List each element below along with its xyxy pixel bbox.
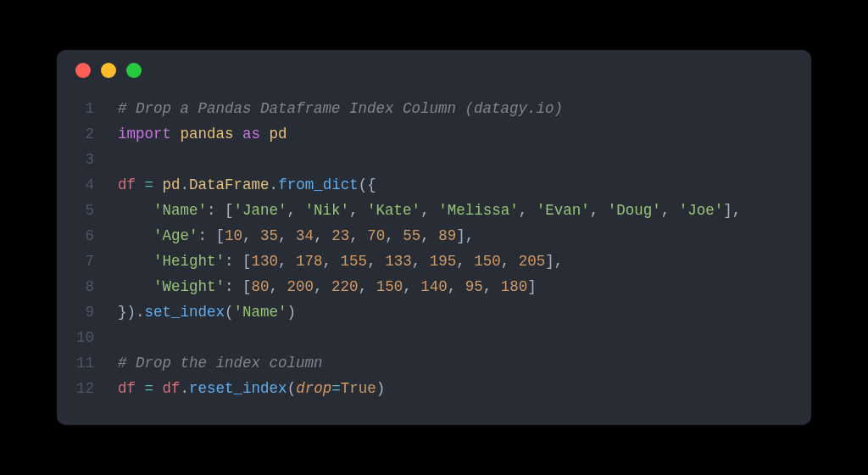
token-punc: , <box>412 253 430 270</box>
token-string: 'Joe' <box>679 202 724 219</box>
token-number: 178 <box>296 253 323 270</box>
line-source: 'Weight': [80, 200, 220, 150, 140, 95, 1… <box>99 274 537 299</box>
token-number: 89 <box>438 227 456 244</box>
token-punc: , <box>349 202 367 219</box>
token-punc: , <box>314 278 331 295</box>
token-punc: ], <box>456 227 474 244</box>
token-keyword: import <box>118 126 171 142</box>
token-number: 95 <box>465 278 483 295</box>
line-source: import pandas as pd <box>99 121 287 147</box>
token-punc: , <box>385 227 403 244</box>
token-number: 150 <box>474 253 501 270</box>
line-number: 2 <box>57 121 99 147</box>
close-icon[interactable] <box>75 63 91 78</box>
line-source <box>99 325 127 350</box>
token-punc: ({ <box>359 176 376 193</box>
code-window: 1# Drop a Pandas Dataframe Index Column … <box>57 50 811 425</box>
token-number: 195 <box>430 253 457 270</box>
token-comment: # Drop a Pandas Dataframe Index Column (… <box>118 100 563 117</box>
token-number: 35 <box>260 227 278 244</box>
code-line: 10 <box>57 325 793 350</box>
token-comment: # Drop the index column <box>118 355 323 372</box>
token-punc: , <box>519 202 537 219</box>
token-default <box>260 126 270 142</box>
token-ident: df <box>118 380 136 397</box>
token-number: 80 <box>252 278 270 295</box>
token-func: set_index <box>145 304 225 321</box>
line-number: 12 <box>57 376 99 401</box>
token-punc: ( <box>225 304 234 321</box>
token-number: 23 <box>331 227 349 244</box>
minimize-icon[interactable] <box>101 63 116 78</box>
token-punc: : [ <box>207 202 234 219</box>
token-keyword: as <box>242 126 260 142</box>
token-default <box>136 380 145 397</box>
line-number: 8 <box>57 274 99 299</box>
token-default <box>234 126 243 142</box>
token-number: 180 <box>501 278 528 295</box>
line-number: 9 <box>57 299 99 325</box>
token-string: 'Melissa' <box>438 202 519 219</box>
token-default <box>118 278 153 295</box>
token-string: 'Name' <box>153 202 207 219</box>
line-source: # Drop a Pandas Dataframe Index Column (… <box>99 96 563 121</box>
line-source: # Drop the index column <box>99 350 323 376</box>
code-line: 4df = pd.DataFrame.from_dict({ <box>57 172 793 198</box>
line-number: 11 <box>57 350 99 376</box>
token-default <box>153 380 163 397</box>
token-punc: , <box>349 227 367 244</box>
token-punc: , <box>501 253 519 270</box>
token-default <box>118 227 153 244</box>
token-op: = <box>145 380 154 397</box>
token-punc: , <box>314 227 331 244</box>
token-punc: , <box>278 227 296 244</box>
token-number: 205 <box>519 253 546 270</box>
code-line: 5 'Name': ['Jane', 'Nik', 'Kate', 'Melis… <box>57 198 793 223</box>
token-punc: ] <box>527 278 537 295</box>
token-number: 70 <box>367 227 385 244</box>
token-punc: , <box>359 278 376 295</box>
token-punc: , <box>323 253 341 270</box>
token-number: 55 <box>403 227 420 244</box>
token-module: DataFrame <box>189 176 270 193</box>
token-punc: . <box>270 176 279 193</box>
token-number: 220 <box>331 278 359 295</box>
window-titlebar <box>57 50 811 91</box>
token-punc: ], <box>723 202 741 219</box>
line-source: 'Age': [10, 35, 34, 23, 70, 55, 89], <box>99 223 474 249</box>
code-line: 11# Drop the index column <box>57 350 793 376</box>
line-number: 4 <box>57 172 99 198</box>
token-op: = <box>331 380 341 397</box>
token-punc: . <box>181 380 190 397</box>
token-param: drop <box>296 380 331 397</box>
token-default <box>118 202 153 219</box>
line-number: 7 <box>57 249 99 274</box>
line-source: 'Name': ['Jane', 'Nik', 'Kate', 'Melissa… <box>99 198 741 223</box>
code-editor[interactable]: 1# Drop a Pandas Dataframe Index Column … <box>57 91 811 401</box>
token-number: 200 <box>287 278 314 295</box>
maximize-icon[interactable] <box>126 63 142 78</box>
token-string: 'Evan' <box>537 202 590 219</box>
code-line: 7 'Height': [130, 178, 155, 133, 195, 15… <box>57 249 793 274</box>
token-punc: : [ <box>198 227 225 244</box>
token-punc: , <box>242 227 260 244</box>
token-punc: ) <box>376 380 386 397</box>
line-number: 5 <box>57 198 99 223</box>
token-punc: , <box>590 202 608 219</box>
token-string: 'Nik' <box>305 202 350 219</box>
token-default <box>118 253 153 270</box>
token-bool: True <box>341 380 376 397</box>
line-number: 3 <box>57 147 99 172</box>
token-punc: ) <box>287 304 297 321</box>
token-punc: : [ <box>225 278 252 295</box>
token-ident: df <box>163 380 181 397</box>
token-punc: , <box>278 253 296 270</box>
line-number: 1 <box>57 96 99 121</box>
token-punc: , <box>367 253 385 270</box>
token-op: = <box>145 176 154 193</box>
token-default <box>171 126 181 142</box>
token-punc: . <box>181 176 190 193</box>
token-func: reset_index <box>189 380 287 397</box>
token-string: 'Name' <box>234 304 287 321</box>
token-string: 'Age' <box>153 227 198 244</box>
